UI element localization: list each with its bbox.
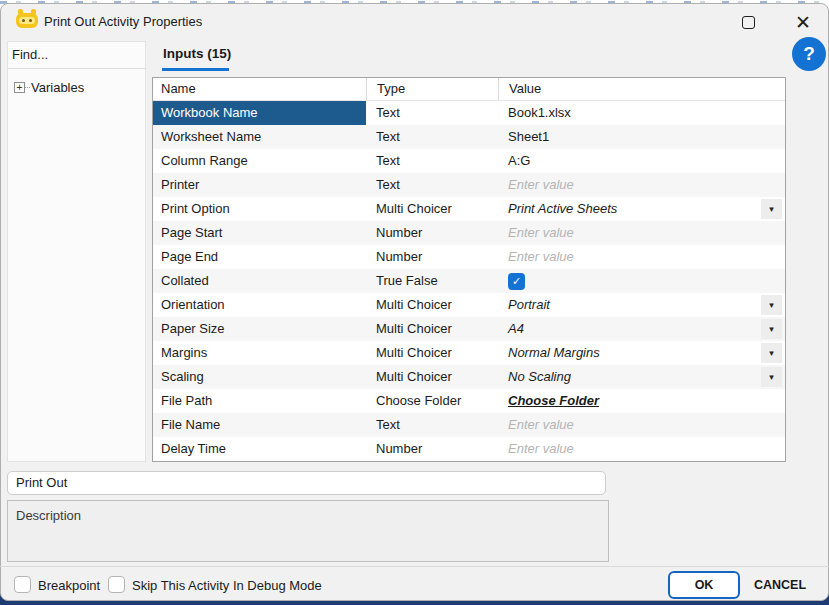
property-value-cell[interactable]: Normal Margins▾ [498, 341, 785, 365]
property-name-cell[interactable]: File Path [153, 389, 366, 413]
table-row[interactable]: File NameTextEnter value [153, 413, 785, 437]
property-name-cell[interactable]: Page End [153, 245, 366, 269]
sidebar-item-variables[interactable]: + Variables [14, 78, 84, 96]
cancel-button[interactable]: CANCEL [748, 571, 812, 599]
dropdown-button[interactable]: ▾ [761, 367, 782, 387]
property-name-cell[interactable]: Printer [153, 173, 366, 197]
expand-plus-icon[interactable]: + [14, 82, 25, 93]
property-value-cell[interactable]: Book1.xlsx [498, 101, 785, 125]
property-type-cell: Text [366, 149, 498, 173]
help-button[interactable]: ? [792, 37, 826, 71]
property-type-cell: Text [366, 125, 498, 149]
close-icon: ✕ [795, 11, 811, 34]
find-input[interactable]: Find... [11, 47, 143, 68]
properties-table: Name Type Value Workbook NameTextBook1.x… [152, 77, 786, 462]
table-row[interactable]: Page EndNumberEnter value [153, 245, 785, 269]
skip-debug-checkbox[interactable] [108, 576, 125, 593]
property-name-cell[interactable]: File Name [153, 413, 366, 437]
property-name-cell[interactable]: Column Range [153, 149, 366, 173]
value-placeholder: Enter value [508, 245, 574, 269]
value-placeholder: Enter value [508, 413, 574, 437]
choose-folder-link[interactable]: Choose Folder [508, 389, 599, 413]
property-name-cell[interactable]: Worksheet Name [153, 125, 366, 149]
property-value-cell[interactable]: Enter value [498, 437, 785, 461]
property-type-cell: Number [366, 437, 498, 461]
property-value-cell[interactable]: A:G [498, 149, 785, 173]
property-name-cell[interactable]: Delay Time [153, 437, 366, 461]
table-header: Name Type Value [153, 78, 785, 101]
table-row[interactable]: Paper SizeMulti ChoicerA4▾ [153, 317, 785, 341]
property-name-cell[interactable]: Print Option [153, 197, 366, 221]
property-value-cell[interactable]: Sheet1 [498, 125, 785, 149]
property-value-cell[interactable]: Choose Folder [498, 389, 785, 413]
table-row[interactable]: PrinterTextEnter value [153, 173, 785, 197]
question-mark-icon: ? [803, 43, 815, 65]
property-value-cell[interactable]: Enter value [498, 173, 785, 197]
table-row[interactable]: Delay TimeNumberEnter value [153, 437, 785, 461]
property-name-cell[interactable]: Orientation [153, 293, 366, 317]
property-type-cell: Text [366, 413, 498, 437]
property-type-cell: Text [366, 173, 498, 197]
value-text: Book1.xlsx [508, 101, 571, 125]
footer-divider [0, 566, 829, 567]
property-value-cell[interactable]: Print Active Sheets▾ [498, 197, 785, 221]
property-name-cell[interactable]: Collated [153, 269, 366, 293]
value-text: A:G [508, 149, 530, 173]
property-type-cell: Text [366, 101, 498, 125]
property-value-cell[interactable]: A4▾ [498, 317, 785, 341]
table-row[interactable]: Page StartNumberEnter value [153, 221, 785, 245]
table-row[interactable]: ScalingMulti ChoicerNo Scaling▾ [153, 365, 785, 389]
dropdown-button[interactable]: ▾ [761, 199, 782, 219]
property-type-cell: Multi Choicer [366, 293, 498, 317]
maximize-button[interactable] [735, 11, 761, 33]
tab-inputs[interactable]: Inputs (15) [163, 46, 231, 61]
table-row[interactable]: MarginsMulti ChoicerNormal Margins▾ [153, 341, 785, 365]
value-checkbox[interactable]: ✓ [508, 273, 525, 290]
table-row[interactable]: Column RangeTextA:G [153, 149, 785, 173]
variables-label: Variables [30, 80, 84, 95]
property-name-cell[interactable]: Scaling [153, 365, 366, 389]
property-type-cell: Multi Choicer [366, 317, 498, 341]
table-row[interactable]: OrientationMulti ChoicerPortrait▾ [153, 293, 785, 317]
value-placeholder: Enter value [508, 437, 574, 461]
property-value-cell[interactable]: Enter value [498, 245, 785, 269]
column-header-value: Value [498, 78, 785, 100]
column-header-type: Type [366, 78, 498, 100]
breakpoint-checkbox[interactable] [14, 576, 31, 593]
property-value-cell[interactable]: No Scaling▾ [498, 365, 785, 389]
table-row[interactable]: Workbook NameTextBook1.xlsx [153, 101, 785, 125]
value-text: Normal Margins [508, 341, 600, 365]
table-row[interactable]: File PathChoose FolderChoose Folder [153, 389, 785, 413]
dropdown-button[interactable]: ▾ [761, 295, 782, 315]
table-row[interactable]: Worksheet NameTextSheet1 [153, 125, 785, 149]
property-type-cell: Choose Folder [366, 389, 498, 413]
value-text: A4 [508, 317, 524, 341]
property-name-cell[interactable]: Page Start [153, 221, 366, 245]
property-value-cell[interactable]: ✓ [498, 269, 785, 293]
property-value-cell[interactable]: Portrait▾ [498, 293, 785, 317]
activity-name-input[interactable]: Print Out [7, 471, 606, 495]
dropdown-button[interactable]: ▾ [761, 319, 782, 339]
find-divider [8, 68, 145, 69]
column-header-name: Name [153, 78, 366, 100]
close-button[interactable]: ✕ [789, 9, 817, 35]
property-type-cell: True False [366, 269, 498, 293]
property-name-cell[interactable]: Workbook Name [153, 101, 366, 125]
value-text: Portrait [508, 293, 550, 317]
description-textarea[interactable]: Description [7, 500, 609, 562]
ok-button[interactable]: OK [668, 571, 740, 599]
property-type-cell: Multi Choicer [366, 341, 498, 365]
property-value-cell[interactable]: Enter value [498, 413, 785, 437]
property-value-cell[interactable]: Enter value [498, 221, 785, 245]
table-row[interactable]: CollatedTrue False✓ [153, 269, 785, 293]
property-name-cell[interactable]: Margins [153, 341, 366, 365]
tab-active-underline [162, 68, 229, 71]
window-title: Print Out Activity Properties [44, 14, 202, 29]
value-placeholder: Enter value [508, 173, 574, 197]
dropdown-button[interactable]: ▾ [761, 343, 782, 363]
property-type-cell: Multi Choicer [366, 365, 498, 389]
skip-debug-label: Skip This Activity In Debug Mode [132, 578, 322, 593]
property-type-cell: Multi Choicer [366, 197, 498, 221]
property-name-cell[interactable]: Paper Size [153, 317, 366, 341]
table-row[interactable]: Print OptionMulti ChoicerPrint Active Sh… [153, 197, 785, 221]
